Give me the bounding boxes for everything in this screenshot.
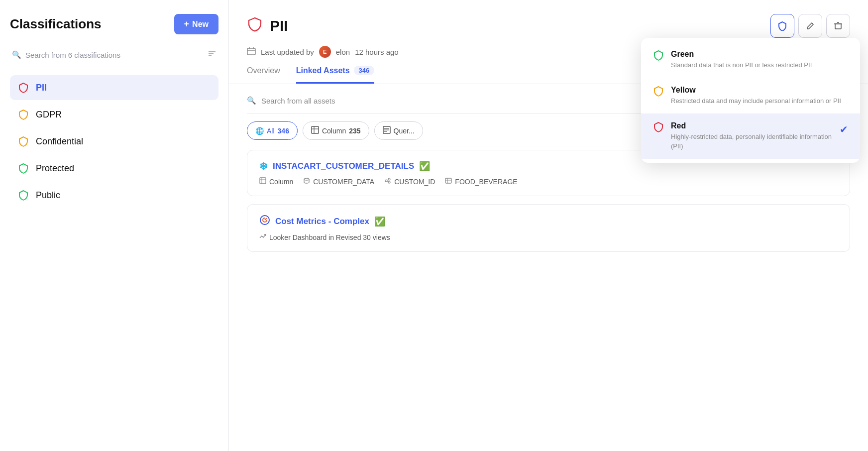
- shield-green-dropdown-icon: [653, 50, 664, 63]
- chip-column-count: 235: [349, 127, 360, 135]
- classifications-search-bar: 🔍 Search from 6 classifications: [10, 44, 218, 65]
- page-title: PII: [270, 17, 288, 34]
- search-left: 🔍 Search from 6 classifications: [12, 50, 120, 59]
- sidebar-header: Classifications + New: [10, 14, 218, 34]
- sidebar-item-protected-label: Protected: [36, 163, 74, 174]
- snowflake-icon: ❄: [259, 160, 268, 172]
- schema-label: CUSTOM_ID: [394, 178, 435, 186]
- dropdown-item-green-text: Green Standard data that is non PII or l…: [671, 50, 812, 70]
- dropdown-item-red-left: Red Highly-restricted data, personally i…: [653, 121, 834, 150]
- category-label: FOOD_BEVERAGE: [455, 178, 517, 186]
- tab-linked-assets-label: Linked Assets: [296, 66, 350, 75]
- search-icon: 🔍: [12, 50, 21, 59]
- chip-query-label: Quer...: [394, 127, 415, 135]
- chart-icon: [259, 215, 270, 228]
- database-label: CUSTOMER_DATA: [313, 178, 374, 186]
- shield-yellow-gdpr-icon: [18, 109, 29, 120]
- sidebar-item-confidential-label: Confidential: [36, 136, 83, 147]
- svg-point-23: [388, 181, 390, 183]
- shield-green-protected-icon: [18, 163, 29, 174]
- dropdown-item-yellow[interactable]: Yellow Restricted data and may include p…: [641, 78, 860, 113]
- search-placeholder-text: Search from 6 classifications: [25, 51, 120, 59]
- shield-red-dropdown-icon: [653, 121, 664, 134]
- sidebar: Classifications + New 🔍 Search from 6 cl…: [0, 0, 229, 451]
- dropdown-item-green-left: Green Standard data that is non PII or l…: [653, 50, 812, 70]
- shield-green-public-icon: [18, 190, 29, 201]
- tab-overview-label: Overview: [247, 66, 280, 75]
- svg-line-24: [387, 180, 388, 180]
- column-icon: [259, 177, 266, 186]
- asset-instacart-name: INSTACART_CUSTOMER_DETAILS: [273, 161, 414, 171]
- shield-action-button[interactable]: [770, 14, 794, 38]
- trending-icon: [259, 233, 266, 241]
- classification-list: PII GDPR Confidential: [10, 75, 218, 208]
- schema-icon: [384, 177, 391, 186]
- table-icon: [311, 126, 319, 135]
- dropdown-item-yellow-left: Yellow Restricted data and may include p…: [653, 86, 841, 106]
- svg-rect-6: [247, 48, 255, 55]
- looker-type-label: Looker Dashboard in Revised 30 views: [269, 233, 390, 241]
- svg-point-22: [388, 178, 390, 180]
- database-icon: [303, 177, 310, 186]
- main-panel: PII: [229, 0, 868, 451]
- meta-category: FOOD_BEVERAGE: [445, 177, 517, 186]
- meta-looker-type: Looker Dashboard in Revised 30 views: [259, 233, 390, 241]
- tab-overview[interactable]: Overview: [247, 66, 280, 84]
- shield-yellow-confidential-icon: [18, 136, 29, 147]
- last-updated-prefix: Last updated by: [261, 48, 314, 56]
- dropdown-yellow-desc: Restricted data and may include personal…: [671, 97, 841, 106]
- verified-badge-cost-metrics: ✅: [374, 216, 385, 227]
- sidebar-item-public[interactable]: Public: [10, 183, 218, 208]
- chip-column-label: Column: [322, 127, 346, 135]
- chip-all[interactable]: 🌐 All 346: [247, 121, 298, 140]
- dropdown-green-title: Green: [671, 50, 812, 59]
- dropdown-item-red[interactable]: Red Highly-restricted data, personally i…: [641, 113, 860, 158]
- main-title-row: PII: [247, 14, 850, 38]
- shield-red-icon: [18, 82, 29, 93]
- shield-yellow-dropdown-icon: [653, 86, 664, 99]
- avatar: E: [319, 46, 331, 58]
- svg-line-30: [265, 218, 267, 220]
- sidebar-item-pii-label: PII: [36, 83, 47, 93]
- dropdown-item-yellow-text: Yellow Restricted data and may include p…: [671, 86, 841, 106]
- classification-dropdown: Green Standard data that is non PII or l…: [641, 38, 860, 163]
- asset-card-cost-metrics[interactable]: Cost Metrics - Complex ✅ Looker Dashboar…: [247, 204, 850, 252]
- assets-search-placeholder: Search from all assets: [261, 97, 335, 105]
- sidebar-item-protected[interactable]: Protected: [10, 156, 218, 181]
- tab-linked-assets[interactable]: Linked Assets 346: [296, 66, 375, 84]
- chip-column[interactable]: Column 235: [303, 121, 369, 140]
- svg-rect-10: [312, 126, 319, 133]
- edit-button[interactable]: [798, 14, 822, 38]
- action-buttons: [770, 14, 850, 38]
- last-updated-time: 12 hours ago: [355, 48, 399, 56]
- svg-rect-26: [445, 178, 451, 183]
- sort-icon[interactable]: [208, 49, 217, 60]
- checkmark-icon: ✔: [840, 123, 848, 135]
- main-title: PII: [247, 16, 288, 36]
- dropdown-item-red-text: Red Highly-restricted data, personally i…: [671, 121, 834, 150]
- delete-button[interactable]: [826, 14, 850, 38]
- chip-query[interactable]: Quer...: [374, 121, 423, 140]
- sidebar-item-gdpr[interactable]: GDPR: [10, 102, 218, 127]
- sidebar-title: Classifications: [10, 16, 102, 32]
- dropdown-red-title: Red: [671, 121, 834, 130]
- new-button[interactable]: + New: [174, 14, 218, 34]
- svg-rect-17: [260, 178, 266, 184]
- dropdown-item-green[interactable]: Green Standard data that is non PII or l…: [641, 42, 860, 78]
- svg-rect-3: [835, 24, 841, 29]
- plus-icon: +: [184, 19, 190, 29]
- chip-all-label: All: [267, 127, 275, 135]
- dropdown-red-desc: Highly-restricted data, personally ident…: [671, 132, 834, 150]
- dropdown-green-desc: Standard data that is non PII or less re…: [671, 61, 812, 70]
- pii-shield-icon: [247, 16, 263, 36]
- meta-type: Column: [259, 177, 293, 186]
- meta-database: CUSTOMER_DATA: [303, 177, 374, 186]
- tab-linked-assets-badge: 346: [354, 66, 375, 75]
- category-icon: [445, 177, 452, 186]
- asset-cost-metrics-name: Cost Metrics - Complex: [275, 217, 369, 226]
- chip-all-count: 346: [278, 127, 289, 135]
- sidebar-item-pii[interactable]: PII: [10, 75, 218, 100]
- sidebar-item-confidential[interactable]: Confidential: [10, 129, 218, 154]
- query-icon: [383, 126, 391, 135]
- asset-card-cost-metrics-title: Cost Metrics - Complex ✅: [259, 215, 838, 228]
